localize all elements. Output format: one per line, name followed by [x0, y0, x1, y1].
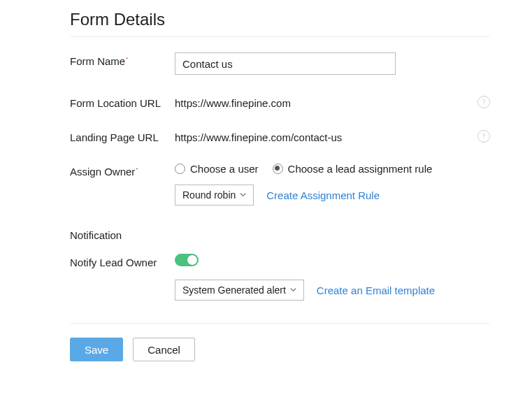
form-details-panel: Form Details Form Name* Form Location UR…: [0, 0, 532, 397]
alert-template-select[interactable]: System Generated alert: [175, 280, 304, 301]
row-alert-template: System Generated alert Create an Email t…: [175, 280, 490, 301]
row-landing-page-url: Landing Page URL https://www.finepine.co…: [70, 129, 490, 143]
radio-choose-rule[interactable]: Choose a lead assignment rule: [273, 163, 433, 175]
create-email-template-link[interactable]: Create an Email template: [317, 284, 435, 296]
cancel-button[interactable]: Cancel: [133, 338, 195, 361]
label-landing-page-url: Landing Page URL: [70, 129, 175, 143]
control-landing-page-url: https://www.finepine.com/contact-us ?: [175, 129, 490, 143]
help-icon[interactable]: ?: [477, 96, 490, 108]
assign-owner-radio-group: Choose a user Choose a lead assignment r…: [175, 163, 432, 175]
label-notify-lead-owner: Notify Lead Owner: [70, 254, 175, 268]
assign-owner-rule-subrow: Round robin Create Assignment Rule: [175, 185, 380, 205]
required-marker-icon: *: [136, 167, 138, 172]
row-form-name: Form Name*: [70, 52, 490, 75]
label-assign-owner-text: Assign Owner: [70, 166, 135, 178]
row-notify-lead-owner: Notify Lead Owner: [70, 254, 490, 268]
radio-icon: [175, 164, 185, 174]
notification-section-label: Notification: [70, 229, 490, 241]
control-notify-lead-owner: [175, 254, 490, 266]
assignment-rule-select-value: Round robin: [182, 189, 236, 201]
row-form-location-url: Form Location URL https://www.finepine.c…: [70, 94, 490, 109]
required-marker-icon: *: [126, 57, 128, 62]
control-form-location-url: https://www.finepine.com ?: [175, 94, 490, 109]
toggle-knob: [187, 255, 197, 265]
form-rows: Form Name* Form Location URL https://www…: [70, 52, 490, 301]
chevron-down-icon: [290, 287, 296, 293]
radio-icon: [273, 164, 283, 174]
assignment-rule-select[interactable]: Round robin: [175, 185, 254, 205]
form-location-url-value: https://www.finepine.com: [175, 94, 291, 109]
page-title: Form Details: [70, 10, 490, 37]
control-form-name: [175, 52, 490, 75]
help-icon[interactable]: ?: [477, 130, 490, 143]
label-assign-owner: Assign Owner*: [70, 163, 175, 178]
footer-actions: Save Cancel: [70, 323, 490, 361]
form-name-input[interactable]: [175, 52, 396, 75]
radio-choose-user-label: Choose a user: [190, 163, 259, 175]
save-button[interactable]: Save: [70, 338, 123, 361]
create-assignment-rule-link[interactable]: Create Assignment Rule: [266, 189, 380, 201]
radio-choose-user[interactable]: Choose a user: [175, 163, 259, 175]
notify-lead-owner-toggle[interactable]: [175, 254, 199, 266]
alert-template-select-value: System Generated alert: [182, 284, 286, 296]
row-assign-owner: Assign Owner* Choose a user Choose a lea…: [70, 163, 490, 205]
landing-page-url-value: https://www.finepine.com/contact-us: [175, 129, 342, 143]
control-assign-owner: Choose a user Choose a lead assignment r…: [175, 163, 490, 205]
chevron-down-icon: [240, 192, 246, 198]
radio-choose-rule-label: Choose a lead assignment rule: [288, 163, 433, 175]
label-form-location-url: Form Location URL: [70, 94, 175, 109]
label-form-name: Form Name*: [70, 52, 175, 67]
label-form-name-text: Form Name: [70, 55, 125, 67]
